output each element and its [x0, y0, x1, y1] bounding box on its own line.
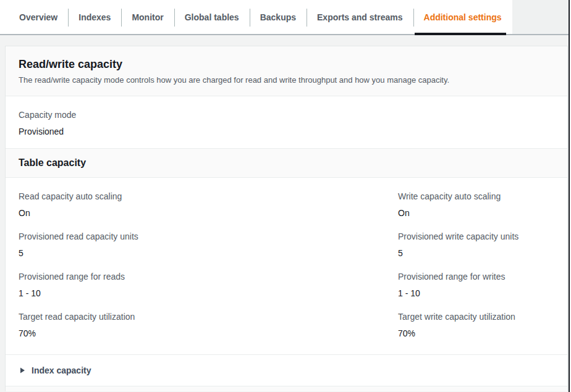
capacity-mode-section: Capacity mode Provisioned	[6, 96, 567, 149]
field-target-write-utilization: Target write capacity utilization 70%	[398, 311, 554, 340]
tab-additional-settings[interactable]: Additional settings	[413, 0, 512, 34]
field-label: Provisioned write capacity units	[398, 230, 554, 243]
tab-backups[interactable]: Backups	[250, 0, 307, 34]
field-label: Target write capacity utilization	[398, 311, 554, 323]
index-capacity-label: Index capacity	[32, 365, 91, 375]
tab-exports-and-streams[interactable]: Exports and streams	[307, 0, 413, 34]
field-label: Read capacity auto scaling	[19, 190, 398, 202]
card-header: Read/write capacity The read/write capac…	[6, 46, 567, 96]
field-value: 5	[19, 247, 398, 259]
field-label: Provisioned range for reads	[19, 270, 398, 283]
field-value: 1 - 10	[398, 287, 554, 299]
field-value: 70%	[398, 327, 554, 340]
field-label: Provisioned range for writes	[398, 270, 554, 283]
read-write-capacity-card: Read/write capacity The read/write capac…	[5, 46, 568, 391]
tab-monitor[interactable]: Monitor	[121, 0, 174, 34]
table-capacity-grid: Read capacity auto scaling On Write capa…	[6, 178, 567, 355]
field-label: Target read capacity utilization	[19, 311, 398, 323]
tab-global-tables[interactable]: Global tables	[174, 0, 250, 34]
tab-list: Overview Indexes Monitor Global tables B…	[0, 0, 512, 34]
card-title: Read/write capacity	[19, 57, 554, 72]
field-provisioned-range-reads: Provisioned range for reads 1 - 10	[19, 270, 398, 299]
next-section-strip	[6, 386, 567, 391]
field-provisioned-range-writes: Provisioned range for writes 1 - 10	[398, 270, 554, 299]
field-label: Write capacity auto scaling	[398, 190, 554, 202]
field-value: On	[398, 207, 554, 219]
field-provisioned-read-units: Provisioned read capacity units 5	[19, 230, 398, 259]
index-capacity-expander[interactable]: Index capacity	[6, 355, 567, 386]
field-provisioned-write-units: Provisioned write capacity units 5	[398, 230, 554, 259]
field-value: 5	[398, 247, 554, 259]
field-value: 70%	[19, 327, 398, 340]
field-label: Provisioned read capacity units	[19, 230, 398, 243]
tab-indexes[interactable]: Indexes	[68, 0, 121, 34]
dynamodb-table-settings-page: Overview Indexes Monitor Global tables B…	[0, 0, 571, 392]
field-write-auto-scaling: Write capacity auto scaling On	[398, 190, 554, 219]
capacity-mode-value: Provisioned	[19, 125, 554, 138]
table-capacity-header: Table capacity	[6, 149, 567, 178]
tab-bar: Overview Indexes Monitor Global tables B…	[0, 0, 571, 35]
field-read-auto-scaling: Read capacity auto scaling On	[19, 190, 398, 219]
tab-overview[interactable]: Overview	[9, 0, 68, 34]
field-target-read-utilization: Target read capacity utilization 70%	[19, 311, 398, 340]
card-description: The read/write capacity mode controls ho…	[19, 75, 554, 86]
field-value: On	[19, 207, 398, 219]
expand-right-triangle-icon	[19, 367, 26, 374]
capacity-mode-label: Capacity mode	[19, 109, 554, 121]
field-value: 1 - 10	[19, 287, 398, 299]
